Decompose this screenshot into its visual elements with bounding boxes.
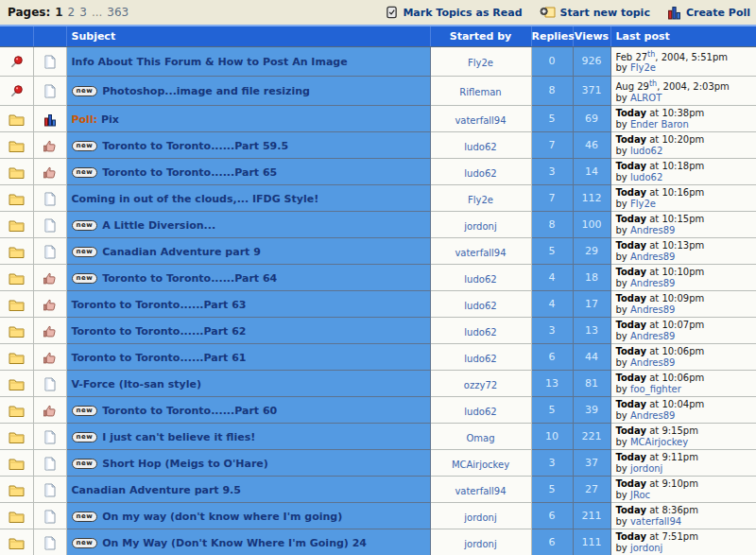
topic-link[interactable]: I just can't believe it flies! <box>102 431 255 443</box>
starter-link[interactable]: jordonj <box>464 221 496 232</box>
starter-link[interactable]: ludo62 <box>464 142 496 152</box>
last-poster-link[interactable]: JRoc <box>630 490 650 500</box>
replies-count: 6 <box>531 529 573 555</box>
last-post-by: by Andres89 <box>616 278 754 289</box>
last-post-when: Today at 9:15pm <box>616 425 754 437</box>
new-badge: new <box>72 273 98 284</box>
last-poster-link[interactable]: jordonj <box>630 543 662 553</box>
last-poster-link[interactable]: Andres89 <box>630 251 676 262</box>
last-poster-link[interactable]: Andres89 <box>630 410 676 421</box>
last-poster-link[interactable]: Andres89 <box>630 278 676 288</box>
starter-link[interactable]: ludo62 <box>464 327 496 338</box>
topic-link[interactable]: Toronto to Toronto......Part 62 <box>72 325 247 338</box>
starter-link[interactable]: ludo62 <box>464 407 496 417</box>
folder-icon <box>9 189 25 207</box>
topic-link[interactable]: Toronto to Toronto......Part 59.5 <box>102 140 288 152</box>
last-poster-link[interactable]: foo_fighter <box>630 384 681 394</box>
last-poster-link[interactable]: ludo62 <box>630 172 662 182</box>
topic-link[interactable]: V-Force (Ito-san style) <box>72 378 202 390</box>
last-post-by: by ludo62 <box>616 146 754 157</box>
last-poster-link[interactable]: MCAirjockey <box>630 437 688 447</box>
topic-link[interactable]: Toronto to Toronto......Part 60 <box>102 405 277 417</box>
last-poster-link[interactable]: jordonj <box>630 463 662 474</box>
starter-link[interactable]: Fly2e <box>468 58 493 68</box>
last-poster-link[interactable]: Fly2e <box>630 62 656 73</box>
topic-link[interactable]: Info About This Forum & How to Post An I… <box>72 56 348 68</box>
last-poster-link[interactable]: Andres89 <box>630 357 676 368</box>
last-poster-link[interactable]: Andres89 <box>630 331 676 341</box>
by-label: by <box>616 119 627 130</box>
last-post-rest: at 9:11pm <box>646 452 698 462</box>
topic-link[interactable]: Canadian Adventure part 9 <box>102 246 261 258</box>
starter-link[interactable]: vaterfall94 <box>455 248 506 258</box>
document-icon <box>44 374 56 392</box>
last-poster-link[interactable]: ludo62 <box>630 146 662 156</box>
topic-link[interactable]: Short Hop (Meigs to O'Hare) <box>102 458 268 470</box>
starter-link[interactable]: MCAirjockey <box>452 460 509 470</box>
starter-link[interactable]: ozzy72 <box>464 380 497 390</box>
last-poster-link[interactable]: Fly2e <box>630 199 656 209</box>
header-last-post: Last post <box>610 26 756 46</box>
starter-link[interactable]: ludo62 <box>464 301 496 311</box>
views-count: 111 <box>573 529 610 555</box>
page-link-2[interactable]: 2 <box>68 6 76 19</box>
topic-link[interactable]: Photoshop...image and file resizing <box>102 85 310 97</box>
topic-link[interactable]: Coming in out of the clouds,... IFDG Sty… <box>72 193 319 205</box>
starter-link[interactable]: ludo62 <box>464 354 496 364</box>
starter-link[interactable]: jordonj <box>464 512 496 523</box>
views-count: 100 <box>573 212 610 238</box>
last-post-when: Today at 9:10pm <box>616 478 754 490</box>
last-post-when: Today at 10:04pm <box>616 399 754 410</box>
replies-count: 7 <box>531 132 573 159</box>
last-post-by: by foo_fighter <box>616 384 754 395</box>
last-poster-link[interactable]: Andres89 <box>630 304 676 315</box>
page-link-3[interactable]: 3 <box>79 6 87 19</box>
last-post-when: Today at 10:07pm <box>616 320 754 331</box>
topic-link[interactable]: On My Way (Don't Know Where I'm Going) 2… <box>102 537 367 549</box>
topic-link[interactable]: A Little Diversion... <box>102 219 215 232</box>
starter-link[interactable]: vaterfall94 <box>455 115 506 126</box>
page-link-last[interactable]: 363 <box>107 6 129 19</box>
starter-link[interactable]: Fly2e <box>468 195 493 205</box>
topic-link[interactable]: Toronto to Toronto......Part 61 <box>72 352 247 364</box>
last-post-rest: at 7:51pm <box>646 531 698 542</box>
table-row: newOn My Way (Don't Know Where I'm Going… <box>0 529 756 555</box>
topic-link[interactable]: Canadian Adventure part 9.5 <box>72 484 241 496</box>
topic-link[interactable]: Toronto to Toronto......Part 64 <box>102 272 277 285</box>
create-poll-link[interactable]: Create Poll <box>686 7 750 19</box>
new-badge: new <box>72 459 98 469</box>
topic-link[interactable]: On my way (don't know where I'm going) <box>102 511 342 523</box>
starter-link[interactable]: jordonj <box>464 539 496 549</box>
views-count: 37 <box>573 450 610 477</box>
last-post-ordinal: th <box>649 79 657 88</box>
last-post-rest: at 10:10pm <box>646 267 704 277</box>
topic-link[interactable]: Pix <box>97 113 119 126</box>
thumbs-up-icon <box>43 295 57 313</box>
new-badge: new <box>72 406 98 416</box>
starter-link[interactable]: ludo62 <box>464 274 496 285</box>
last-post-date: Feb 27 <box>616 52 648 62</box>
starter-link[interactable]: Rifleman <box>459 87 501 97</box>
last-post-by: by Andres89 <box>616 251 754 263</box>
table-row: newV-Force (Ito-san style) ozzy72 13 81 … <box>0 371 756 397</box>
last-post-rest: at 10:20pm <box>646 134 704 145</box>
table-row: newToronto to Toronto......Part 63 ludo6… <box>0 291 756 318</box>
starter-link[interactable]: ludo62 <box>464 168 496 179</box>
topic-link[interactable]: Toronto to Toronto......Part 65 <box>102 166 277 179</box>
last-post-today: Today <box>616 214 646 224</box>
last-poster-link[interactable]: Andres89 <box>630 225 676 235</box>
last-poster-link[interactable]: vaterfall94 <box>630 516 681 527</box>
starter-link[interactable]: vaterfall94 <box>455 486 506 496</box>
mark-topics-read-link[interactable]: Mark Topics as Read <box>403 7 522 19</box>
start-new-topic-link[interactable]: Start new topic <box>560 7 650 19</box>
document-icon <box>44 480 56 498</box>
last-poster-link[interactable]: Ender Baron <box>630 119 689 130</box>
by-label: by <box>616 93 627 103</box>
topic-link[interactable]: Toronto to Toronto......Part 63 <box>72 299 247 311</box>
starter-link[interactable]: Omag <box>466 433 494 443</box>
last-poster-link[interactable]: ALROT <box>630 93 662 103</box>
by-label: by <box>616 357 627 368</box>
last-post-rest: at 10:13pm <box>646 240 704 251</box>
folder-icon <box>9 269 25 286</box>
replies-count: 3 <box>531 318 573 344</box>
